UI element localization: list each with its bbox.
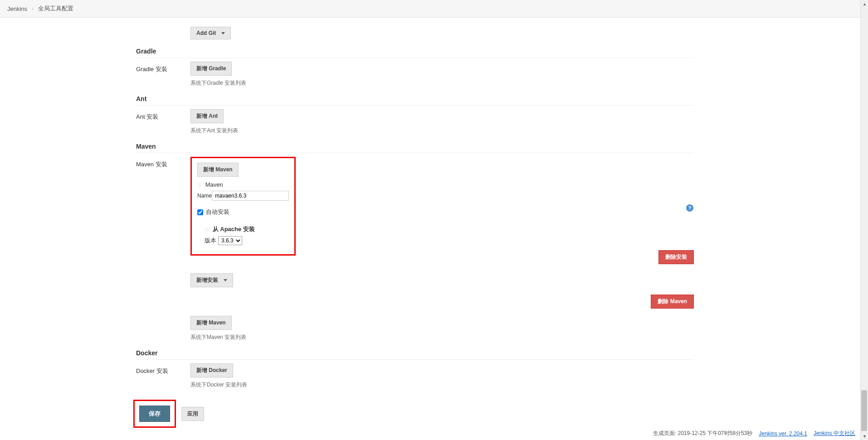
from-apache-row: 从 Apache 安装 <box>205 225 289 233</box>
maven-hint: 系统下Maven 安装列表 <box>190 334 694 341</box>
maven-item-title-text: Maven <box>205 181 223 188</box>
drag-handle-icon[interactable] <box>205 227 209 232</box>
add-gradle-button[interactable]: 新增 Gradle <box>190 62 232 76</box>
auto-install-row: 自动安装 <box>197 208 289 216</box>
version-select[interactable]: 3.6.3 <box>218 236 242 245</box>
gradle-header: Gradle <box>136 45 694 58</box>
docker-install-label: Docker 安装 <box>136 363 190 375</box>
maven-name-row: Name <box>197 191 289 201</box>
caret-down-icon <box>221 32 225 34</box>
version-row: 版本 3.6.3 <box>205 236 289 245</box>
delete-install-button[interactable]: 删除安装 <box>658 250 694 264</box>
drag-handle-icon[interactable] <box>197 183 202 188</box>
from-apache-title: 从 Apache 安装 <box>213 226 255 232</box>
ant-install-label: Ant 安装 <box>136 109 190 121</box>
scroll-up-icon[interactable]: ▲ <box>861 0 868 8</box>
docker-hint: 系统下Docker 安装列表 <box>190 381 694 389</box>
apache-block: 从 Apache 安装 版本 3.6.3 <box>205 225 289 245</box>
maven-config-highlight: 新增 Maven Maven Name 自动安装 ? 从 A <box>190 157 296 256</box>
footer: 生成页面: 2019-12-25 下午07时58分53秒 Jenkins ver… <box>649 427 860 428</box>
add-install-button[interactable]: 新增安装 <box>190 273 233 287</box>
gradle-row: Gradle 安装 新增 Gradle 系统下Gradle 安装列表 <box>136 62 694 87</box>
gradle-hint: 系统下Gradle 安装列表 <box>190 79 694 87</box>
version-label: 版本 <box>205 237 216 245</box>
git-label-spacer <box>136 27 190 30</box>
auto-install-label: 自动安装 <box>206 208 229 216</box>
save-button[interactable]: 保存 <box>139 406 170 422</box>
bottom-actions: 保存 应用 <box>133 400 694 428</box>
caret-down-icon <box>224 279 227 281</box>
add-maven-button-top[interactable]: 新增 Maven <box>197 163 239 177</box>
maven-row: Maven 安装 新增 Maven Maven Name 自动安装 ? <box>136 157 694 341</box>
maven-name-input[interactable] <box>212 191 289 201</box>
maven-name-label: Name <box>197 193 212 199</box>
add-install-label: 新增安装 <box>196 276 218 284</box>
maven-item-title: Maven <box>197 181 289 188</box>
breadcrumb-home[interactable]: Jenkins <box>7 5 27 12</box>
add-maven-button-bottom[interactable]: 新增 Maven <box>190 316 232 330</box>
docker-row: Docker 安装 新增 Docker 系统下Docker 安装列表 <box>136 363 694 389</box>
ant-row: Ant 安装 新增 Ant 系统下Ant 安装列表 <box>136 109 694 135</box>
breadcrumb: Jenkins › 全局工具配置 <box>0 0 868 18</box>
help-icon[interactable]: ? <box>686 204 693 212</box>
delete-maven-row: 删除 Maven <box>190 295 694 309</box>
maven-install-label: Maven 安装 <box>136 157 190 169</box>
docker-header: Docker <box>136 347 694 360</box>
delete-maven-button[interactable]: 删除 Maven <box>651 295 694 309</box>
breadcrumb-page[interactable]: 全局工具配置 <box>38 5 73 13</box>
auto-install-checkbox[interactable] <box>197 209 203 215</box>
apply-button[interactable]: 应用 <box>181 407 204 421</box>
main-content: Add Git Gradle Gradle 安装 新增 Gradle 系统下Gr… <box>136 18 694 428</box>
scrollbar-thumb[interactable] <box>861 390 867 428</box>
chevron-right-icon: › <box>32 6 34 11</box>
add-git-label: Add Git <box>196 30 216 36</box>
save-highlight: 保存 <box>133 400 176 428</box>
add-git-button[interactable]: Add Git <box>190 27 231 39</box>
add-docker-button[interactable]: 新增 Docker <box>190 363 233 377</box>
ant-header: Ant <box>136 92 694 106</box>
gradle-install-label: Gradle 安装 <box>136 62 190 73</box>
maven-header: Maven <box>136 140 694 153</box>
scrollbar[interactable]: ▲ ▼ <box>860 0 868 428</box>
git-row: Add Git <box>136 27 694 39</box>
ant-hint: 系统下Ant 安装列表 <box>190 127 694 135</box>
add-ant-button[interactable]: 新增 Ant <box>190 109 224 123</box>
